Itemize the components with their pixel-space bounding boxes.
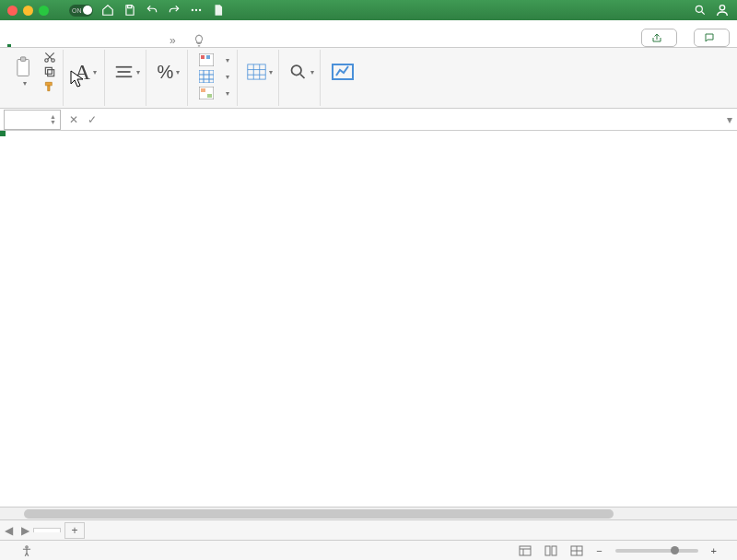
group-number: %▾ — [150, 50, 188, 106]
cut-icon[interactable] — [42, 51, 57, 64]
svg-rect-34 — [520, 546, 531, 555]
svg-point-3 — [199, 9, 201, 11]
spreadsheet-grid[interactable] — [0, 131, 737, 507]
zoom-knob[interactable] — [671, 546, 679, 554]
sheet-nav-prev[interactable]: ◀ — [0, 524, 17, 537]
zoom-slider[interactable] — [615, 549, 698, 553]
group-analyse — [324, 50, 361, 106]
font-button[interactable]: A▾ — [73, 56, 99, 88]
group-alignment: ▾ — [109, 50, 146, 106]
account-icon[interactable] — [715, 3, 730, 18]
svg-rect-6 — [18, 60, 29, 76]
svg-rect-26 — [248, 64, 265, 79]
tab-data[interactable] — [109, 38, 112, 47]
selection-outline — [0, 131, 4, 134]
view-normal-icon[interactable] — [519, 545, 532, 556]
status-bar: − + — [0, 540, 737, 560]
svg-rect-16 — [201, 55, 205, 59]
formula-bar: ▲▼ ✕ ✓ ▾ — [0, 109, 737, 131]
tell-me-search[interactable] — [193, 34, 211, 47]
tab-formulas[interactable] — [88, 38, 92, 47]
zoom-window-button[interactable] — [39, 6, 49, 16]
comment-icon — [704, 32, 715, 43]
excel-file-icon — [211, 3, 226, 18]
share-button[interactable] — [641, 29, 677, 47]
view-page-break-icon[interactable] — [570, 545, 583, 556]
tab-draw[interactable] — [48, 38, 52, 47]
more-icon[interactable] — [189, 3, 204, 18]
search-icon[interactable] — [693, 3, 708, 18]
ribbon: ▾ A▾ ▾ %▾ — [0, 48, 737, 109]
sheet-tab-active[interactable] — [33, 528, 61, 532]
format-as-table-button[interactable]: ▾ — [199, 68, 229, 85]
svg-point-2 — [195, 9, 197, 11]
format-painter-icon[interactable] — [42, 80, 57, 93]
svg-point-5 — [719, 6, 724, 10]
group-font: A▾ — [67, 50, 105, 106]
tab-review[interactable] — [129, 38, 133, 47]
svg-point-33 — [26, 545, 28, 547]
redo-icon[interactable] — [167, 3, 181, 18]
svg-rect-25 — [207, 94, 212, 98]
window-controls — [7, 6, 49, 16]
sheet-nav-next[interactable]: ▶ — [17, 524, 33, 537]
number-format-button[interactable]: %▾ — [156, 56, 181, 88]
conditional-formatting-button[interactable]: ▾ — [199, 52, 229, 68]
scrollbar-thumb[interactable] — [24, 509, 614, 519]
fill-handle[interactable] — [0, 131, 6, 136]
svg-rect-0 — [128, 6, 132, 8]
cell-styles-button[interactable]: ▾ — [199, 85, 229, 101]
accept-formula-icon[interactable]: ✓ — [83, 113, 101, 126]
tab-home[interactable] — [7, 38, 11, 47]
minimize-window-button[interactable] — [23, 6, 33, 16]
expand-formula-bar-icon[interactable]: ▾ — [722, 113, 737, 126]
group-cells: ▾ — [241, 50, 279, 106]
paste-button[interactable]: ▾ — [11, 56, 37, 88]
group-clipboard: ▾ — [6, 50, 64, 106]
group-styles: ▾ ▾ ▾ — [192, 50, 238, 106]
home-icon[interactable] — [100, 3, 115, 18]
undo-icon[interactable] — [145, 3, 159, 18]
name-box[interactable]: ▲▼ — [4, 110, 61, 130]
horizontal-scrollbar[interactable] — [0, 507, 737, 519]
tab-page-layout[interactable] — [68, 38, 72, 47]
svg-rect-18 — [199, 70, 214, 83]
view-page-layout-icon[interactable] — [544, 545, 557, 556]
zoom-out-button[interactable]: − — [596, 545, 602, 556]
tab-insert[interactable] — [28, 38, 31, 47]
share-icon — [651, 32, 662, 43]
alignment-button[interactable]: ▾ — [114, 56, 140, 88]
group-editing: ▾ — [283, 50, 321, 106]
add-sheet-button[interactable]: + — [64, 522, 85, 539]
svg-rect-24 — [201, 88, 205, 92]
tab-view[interactable] — [149, 38, 153, 47]
svg-point-4 — [696, 6, 702, 12]
sheet-tab-bar: ◀ ▶ + — [0, 519, 737, 540]
svg-point-1 — [192, 9, 193, 11]
zoom-in-button[interactable]: + — [711, 545, 717, 556]
close-window-button[interactable] — [7, 6, 18, 16]
save-icon[interactable] — [123, 3, 137, 18]
svg-rect-7 — [20, 57, 25, 61]
svg-rect-38 — [552, 546, 556, 555]
name-box-spinner[interactable]: ▲▼ — [50, 114, 56, 125]
cancel-formula-icon[interactable]: ✕ — [64, 113, 83, 126]
svg-rect-10 — [48, 70, 54, 76]
comments-button[interactable] — [694, 29, 730, 47]
copy-icon[interactable] — [42, 65, 57, 78]
autosave-toggle[interactable] — [69, 5, 93, 17]
svg-rect-17 — [206, 55, 210, 59]
cells-button[interactable]: ▾ — [247, 56, 273, 88]
editing-button[interactable]: ▾ — [288, 56, 314, 88]
analyse-data-button[interactable] — [330, 56, 356, 88]
svg-rect-37 — [545, 546, 550, 555]
svg-rect-11 — [45, 67, 52, 74]
more-tabs-icon[interactable]: » — [170, 34, 176, 47]
lightbulb-icon — [193, 34, 205, 47]
titlebar — [0, 0, 737, 20]
accessibility-icon[interactable] — [20, 544, 33, 557]
svg-point-31 — [292, 65, 302, 76]
ribbon-tabs: » — [0, 20, 737, 48]
